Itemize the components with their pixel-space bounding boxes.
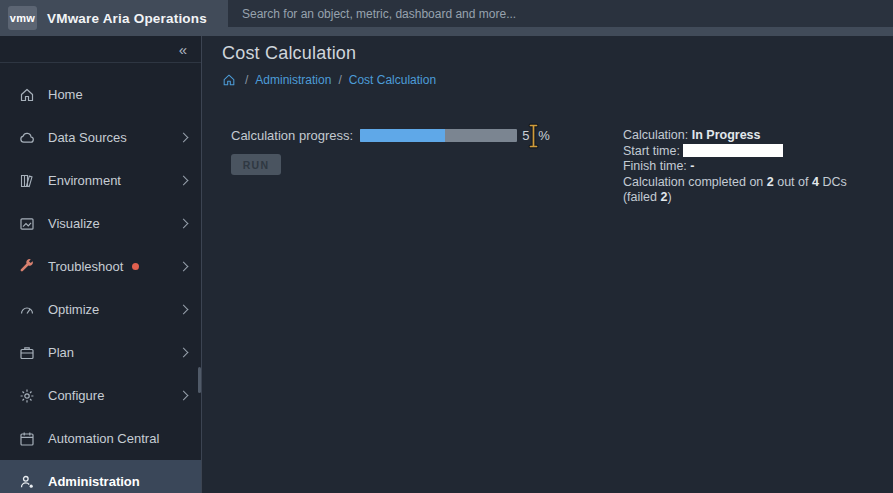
vmware-logo-text: vmw	[10, 12, 35, 24]
breadcrumb: /Administration/Cost Calculation	[222, 73, 869, 87]
progress-percent: 5 %	[522, 128, 550, 143]
breadcrumb-link-administration[interactable]: Administration	[255, 73, 331, 87]
chevron-right-icon	[179, 391, 189, 401]
calculation-progress-bar	[360, 129, 517, 142]
configure-icon	[19, 388, 35, 404]
sidebar-scrollbar-thumb[interactable]	[198, 367, 201, 393]
calculation-progress-label: Calculation progress:	[231, 128, 353, 143]
sidebar-item-automation-central[interactable]: Automation Central	[0, 417, 201, 460]
run-button[interactable]: RUN	[231, 154, 281, 175]
breadcrumb-separator: /	[245, 73, 248, 87]
sidebar-item-visualize[interactable]: Visualize	[0, 202, 201, 245]
app-title: VMware Aria Operations	[47, 11, 207, 26]
sidebar: « Home Data Sources Environment Visualiz…	[0, 36, 202, 493]
top-bar: vmw VMware Aria Operations	[0, 0, 893, 36]
cost-calculation-panel: Calculation progress: 5	[222, 128, 869, 206]
redacted-start-time	[683, 144, 783, 157]
vmware-logo: vmw	[8, 6, 37, 30]
sidebar-item-administration[interactable]: Administration	[0, 460, 201, 493]
automation-central-icon	[19, 431, 35, 447]
home-icon	[19, 87, 35, 103]
main-content: Cost Calculation /Administration/Cost Ca…	[202, 36, 893, 493]
breadcrumb-separator: /	[338, 73, 341, 87]
notification-dot	[132, 263, 139, 270]
status-line: Calculation: In Progress	[623, 128, 869, 144]
environment-icon	[19, 173, 35, 189]
text-cursor-icon	[528, 123, 539, 149]
chevron-right-icon	[179, 348, 189, 358]
troubleshoot-icon	[19, 259, 35, 275]
collapse-sidebar-icon: «	[179, 41, 187, 58]
sidebar-collapse-button[interactable]: «	[0, 36, 201, 63]
sidebar-item-troubleshoot[interactable]: Troubleshoot	[0, 245, 201, 288]
sidebar-nav: Home Data Sources Environment Visualize …	[0, 63, 201, 493]
status-line: Finish time: -	[623, 159, 869, 175]
sidebar-item-home[interactable]: Home	[0, 73, 201, 116]
chevron-right-icon	[179, 219, 189, 229]
sidebar-item-configure[interactable]: Configure	[0, 374, 201, 417]
breadcrumb-home-icon[interactable]	[222, 73, 236, 87]
sidebar-item-environment[interactable]: Environment	[0, 159, 201, 202]
sidebar-item-plan[interactable]: Plan	[0, 331, 201, 374]
global-search-input[interactable]	[228, 0, 893, 27]
page-title: Cost Calculation	[222, 43, 869, 64]
chevron-right-icon	[179, 176, 189, 186]
plan-icon	[19, 345, 35, 361]
chevron-right-icon	[179, 133, 189, 143]
visualize-icon	[19, 216, 35, 232]
optimize-icon	[19, 302, 35, 318]
chevron-right-icon	[179, 305, 189, 315]
status-line: Start time:	[623, 144, 869, 160]
sidebar-item-optimize[interactable]: Optimize	[0, 288, 201, 331]
status-line: Calculation completed on 2 out of 4 DCs …	[623, 175, 869, 206]
vmware-aria-operations-window: vmw VMware Aria Operations « Home Data S…	[0, 0, 893, 493]
data-sources-icon	[19, 130, 35, 146]
status-panel: Calculation: In ProgressStart time: Fini…	[623, 128, 869, 206]
breadcrumb-link-cost-calculation[interactable]: Cost Calculation	[349, 73, 436, 87]
sidebar-item-data-sources[interactable]: Data Sources	[0, 116, 201, 159]
administration-icon	[19, 474, 35, 490]
chevron-right-icon	[179, 262, 189, 272]
progress-fill	[360, 129, 445, 142]
